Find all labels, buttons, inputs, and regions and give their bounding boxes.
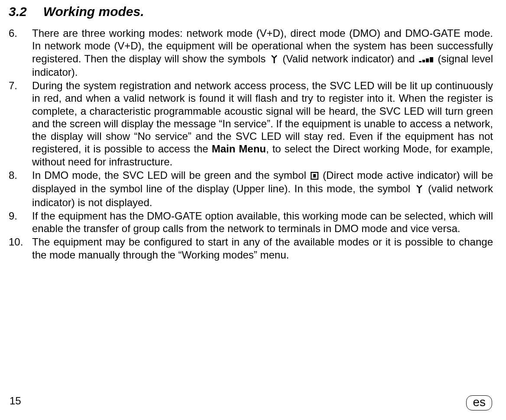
list-item: 9. If the equipment has the DMO-GATE opt… (9, 210, 493, 235)
item-marker: 10. (9, 236, 32, 261)
text: (Valid network indicator) and (282, 53, 418, 65)
section-title: Working modes. (43, 4, 144, 19)
ordered-list: 6. There are three working modes: networ… (9, 27, 493, 261)
antenna-icon (415, 183, 424, 196)
section-heading: 3.2Working modes. (9, 4, 493, 19)
item-content: There are three working modes: network m… (32, 27, 493, 78)
svg-rect-1 (422, 60, 425, 62)
direct-mode-icon (311, 170, 318, 182)
list-item: 7. During the system registration and ne… (9, 79, 493, 168)
item-marker: 6. (9, 27, 32, 78)
item-marker: 9. (9, 210, 32, 235)
item-content: During the system registration and netwo… (32, 79, 493, 168)
list-item: 10. The equipment may be configured to s… (9, 236, 493, 261)
item-content: In DMO mode, the SVC LED will be green a… (32, 169, 493, 209)
text: The equipment may be configured to start… (32, 236, 493, 260)
svg-rect-3 (430, 57, 433, 62)
list-item: 8. In DMO mode, the SVC LED will be gree… (9, 169, 493, 209)
page-number: 15 (10, 395, 21, 407)
svg-rect-0 (419, 61, 422, 62)
svg-rect-5 (313, 174, 316, 178)
item-content: The equipment may be configured to start… (32, 236, 493, 261)
antenna-icon (270, 53, 279, 66)
language-badge: es (466, 395, 492, 410)
item-marker: 7. (9, 79, 32, 168)
signal-bars-icon (419, 53, 434, 66)
svg-rect-2 (426, 58, 429, 62)
bold-text: Main Menu (212, 143, 266, 155)
section-number: 3.2 (9, 4, 27, 19)
item-marker: 8. (9, 169, 32, 209)
item-content: If the equipment has the DMO-GATE option… (32, 210, 493, 235)
text: If the equipment has the DMO-GATE option… (32, 210, 493, 234)
list-item: 6. There are three working modes: networ… (9, 27, 493, 78)
text: In DMO mode, the SVC LED will be green a… (32, 169, 310, 181)
